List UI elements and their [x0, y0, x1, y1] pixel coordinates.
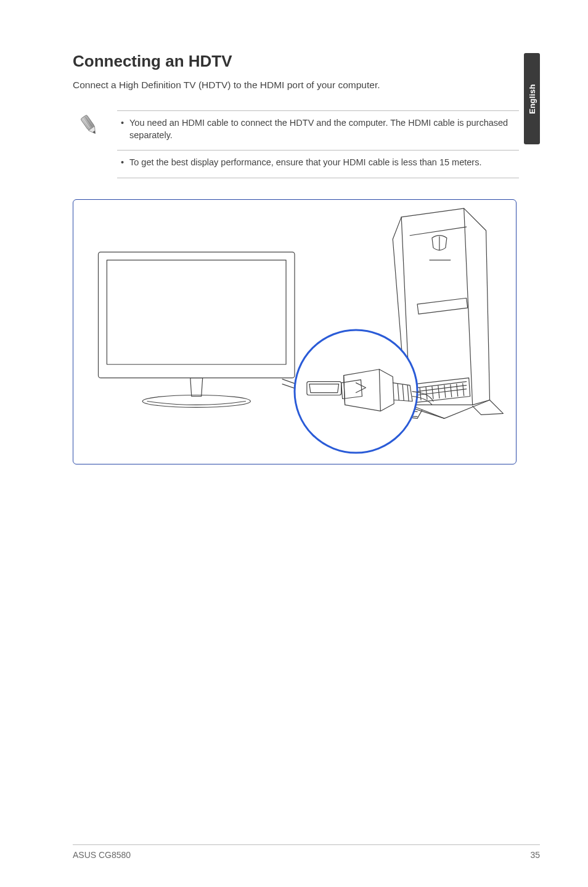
intro-text: Connect a High Definition TV (HDTV) to t… [73, 80, 540, 91]
note-list: You need an HDMI cable to connect the HD… [117, 110, 519, 178]
note-block: You need an HDMI cable to connect the HD… [75, 110, 519, 178]
language-tab: English [524, 53, 540, 144]
svg-rect-6 [107, 260, 286, 364]
svg-rect-5 [98, 252, 295, 377]
footer-model: ASUS CG8580 [73, 850, 131, 860]
svg-point-7 [142, 395, 250, 407]
pencil-note-icon [75, 110, 104, 139]
connection-diagram [73, 199, 517, 464]
svg-point-8 [295, 330, 417, 453]
language-tab-label: English [528, 84, 537, 113]
footer-page-number: 35 [530, 850, 540, 860]
page-heading: Connecting an HDTV [73, 52, 540, 71]
note-item: You need an HDMI cable to connect the HD… [117, 111, 519, 150]
page-footer: ASUS CG8580 35 [73, 844, 540, 860]
note-item: To get the best display performance, ens… [117, 150, 519, 178]
